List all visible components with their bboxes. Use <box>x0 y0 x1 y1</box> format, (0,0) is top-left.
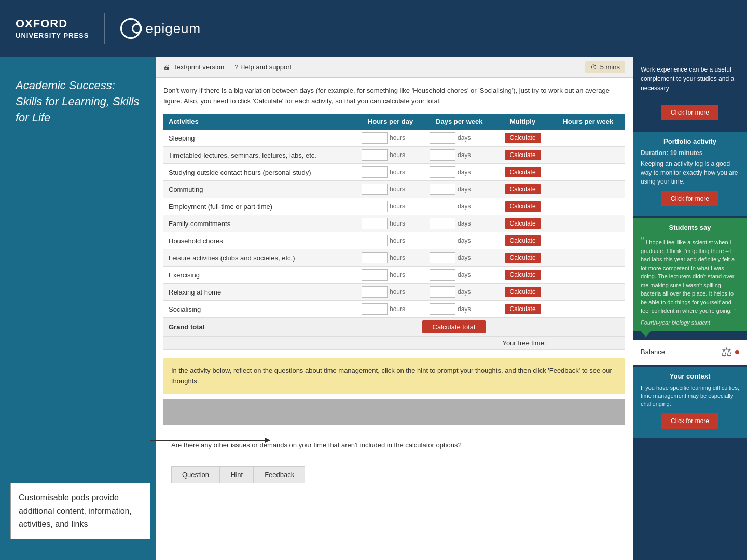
calculate-button[interactable]: Calculate <box>505 304 541 314</box>
days-cell[interactable]: days <box>424 147 494 164</box>
table-row: Leisure activities (clubs and societes, … <box>163 249 625 267</box>
hours-input[interactable] <box>362 149 388 161</box>
activity-name: Studying outside contact hours (personal… <box>163 164 356 181</box>
calculate-button[interactable]: Calculate <box>505 287 541 297</box>
calculate-button[interactable]: Calculate <box>505 270 541 280</box>
days-input[interactable] <box>430 149 455 161</box>
days-label: days <box>458 305 471 313</box>
days-input[interactable] <box>430 235 455 246</box>
days-cell[interactable]: days <box>424 267 494 284</box>
free-time-row: Your free time: <box>163 337 625 350</box>
print-icon: 🖨 <box>163 63 170 71</box>
calculate-button[interactable]: Calculate <box>505 218 541 229</box>
days-input[interactable] <box>430 132 455 144</box>
col-hours-per-day: Hours per day <box>356 114 424 130</box>
days-input[interactable] <box>430 184 455 195</box>
calc-cell[interactable]: Calculate <box>494 147 551 164</box>
days-input[interactable] <box>430 166 455 178</box>
hours-cell[interactable]: hours <box>356 181 424 198</box>
hours-cell[interactable]: hours <box>356 215 424 232</box>
click-more-btn-1[interactable]: Click for more <box>661 105 718 120</box>
days-input[interactable] <box>430 252 455 263</box>
days-cell[interactable]: days <box>424 232 494 249</box>
hint-button[interactable]: Hint <box>220 466 254 483</box>
hours-cell[interactable]: hours <box>356 301 424 318</box>
days-cell[interactable]: days <box>424 284 494 301</box>
calc-cell[interactable]: Calculate <box>494 249 551 267</box>
balance-dot <box>735 350 739 354</box>
hours-cell[interactable]: hours <box>356 249 424 267</box>
center-content: 🖨 Text/print version ? Help and support … <box>156 57 633 560</box>
feedback-button[interactable]: Feedback <box>254 466 305 483</box>
days-input[interactable] <box>430 201 455 212</box>
days-cell[interactable]: days <box>424 181 494 198</box>
hours-cell[interactable]: hours <box>356 164 424 181</box>
info-box: In the activity below, reflect on the qu… <box>163 358 625 394</box>
calc-cell[interactable]: Calculate <box>494 267 551 284</box>
question-text: Are there any other issues or demands on… <box>171 440 617 451</box>
days-label: days <box>458 151 471 159</box>
hours-cell[interactable]: hours <box>356 147 424 164</box>
calc-cell[interactable]: Calculate <box>494 130 551 147</box>
annotation-text: Customisable pods provide additional con… <box>19 493 132 528</box>
calc-cell[interactable]: Calculate <box>494 284 551 301</box>
hours-cell[interactable]: hours <box>356 198 424 215</box>
result-cell <box>551 249 625 267</box>
hours-cell[interactable]: hours <box>356 284 424 301</box>
days-cell[interactable]: days <box>424 198 494 215</box>
calculate-button[interactable]: Calculate <box>505 253 541 263</box>
calculate-button[interactable]: Calculate <box>505 235 541 246</box>
calculate-button[interactable]: Calculate <box>505 133 541 143</box>
calculate-button[interactable]: Calculate <box>505 201 541 212</box>
days-input[interactable] <box>430 218 455 229</box>
days-input[interactable] <box>430 303 455 315</box>
hours-cell[interactable]: hours <box>356 232 424 249</box>
hours-input[interactable] <box>362 201 388 212</box>
quote-mark-close: " <box>734 307 736 314</box>
gray-divider <box>163 399 625 425</box>
days-cell[interactable]: days <box>424 130 494 147</box>
calc-cell[interactable]: Calculate <box>494 232 551 249</box>
result-cell <box>551 301 625 318</box>
calculate-button[interactable]: Calculate <box>505 184 541 194</box>
col-hours-per-week: Hours per week <box>551 114 625 130</box>
help-support-btn[interactable]: ? Help and support <box>234 63 292 71</box>
days-cell[interactable]: days <box>424 301 494 318</box>
table-row: Relaxing at home hours days Calculate <box>163 284 625 301</box>
hours-cell[interactable]: hours <box>356 130 424 147</box>
days-input[interactable] <box>430 286 455 298</box>
calc-cell[interactable]: Calculate <box>494 301 551 318</box>
days-input[interactable] <box>430 269 455 281</box>
calculate-button[interactable]: Calculate <box>505 150 541 160</box>
hours-input[interactable] <box>362 269 388 281</box>
calculate-button[interactable]: Calculate <box>505 167 541 177</box>
hours-cell[interactable]: hours <box>356 267 424 284</box>
hours-input[interactable] <box>362 218 388 229</box>
hours-input[interactable] <box>362 184 388 195</box>
epigeum-circle-icon <box>120 18 141 39</box>
click-more-btn-portfolio[interactable]: Click for more <box>661 191 718 206</box>
hours-input[interactable] <box>362 286 388 298</box>
days-label: days <box>458 254 471 261</box>
hours-input[interactable] <box>362 132 388 144</box>
hours-input[interactable] <box>362 166 388 178</box>
days-cell[interactable]: days <box>424 164 494 181</box>
calc-total-button[interactable]: Calculate total <box>422 320 486 333</box>
calc-cell[interactable]: Calculate <box>494 164 551 181</box>
hours-input[interactable] <box>362 235 388 246</box>
calc-cell[interactable]: Calculate <box>494 181 551 198</box>
activity-name: Commuting <box>163 181 356 198</box>
calc-cell[interactable]: Calculate <box>494 198 551 215</box>
calc-cell[interactable]: Calculate <box>494 215 551 232</box>
days-cell[interactable]: days <box>424 249 494 267</box>
question-button[interactable]: Question <box>171 466 220 483</box>
click-more-btn-context[interactable]: Click for more <box>661 413 718 429</box>
days-cell[interactable]: days <box>424 215 494 232</box>
table-row: Exercising hours days Calculate <box>163 267 625 284</box>
your-context-block: Your context If you have specific learni… <box>633 367 747 438</box>
oxford-logo: OXFORD UNIVERSITY PRESS <box>16 17 89 40</box>
sidebar-top-text: Work experience can be a useful compleme… <box>633 57 747 101</box>
hours-input[interactable] <box>362 303 388 315</box>
hours-input[interactable] <box>362 252 388 263</box>
print-version-btn[interactable]: 🖨 Text/print version <box>163 63 224 71</box>
